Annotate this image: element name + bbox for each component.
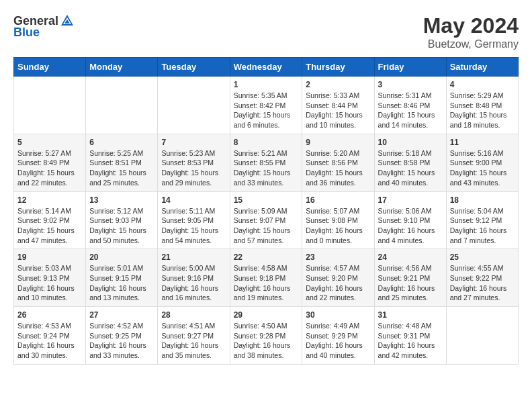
calendar-day-13: 13Sunrise: 5:12 AM Sunset: 9:03 PM Dayli… [86, 191, 158, 249]
calendar-day-7: 7Sunrise: 5:23 AM Sunset: 8:53 PM Daylig… [158, 134, 230, 191]
day-content: Sunrise: 4:50 AM Sunset: 9:28 PM Dayligh… [234, 321, 299, 361]
day-content: Sunrise: 4:55 AM Sunset: 9:22 PM Dayligh… [450, 263, 515, 303]
title-block: May 2024 Buetzow, Germany [423, 13, 519, 50]
calendar-day-11: 11Sunrise: 5:16 AM Sunset: 9:00 PM Dayli… [446, 134, 518, 191]
day-number: 14 [161, 195, 226, 205]
day-number: 29 [234, 310, 299, 320]
calendar-day-27: 27Sunrise: 4:52 AM Sunset: 9:25 PM Dayli… [86, 307, 158, 365]
day-number: 3 [378, 80, 443, 89]
day-content: Sunrise: 4:51 AM Sunset: 9:27 PM Dayligh… [161, 321, 226, 361]
day-number: 17 [378, 195, 443, 205]
calendar-day-2: 2Sunrise: 5:33 AM Sunset: 8:44 PM Daylig… [302, 77, 374, 134]
day-content: Sunrise: 5:09 AM Sunset: 9:07 PM Dayligh… [234, 206, 299, 246]
empty-cell [446, 307, 518, 365]
day-number: 15 [234, 195, 299, 205]
calendar-week-row: 1Sunrise: 5:35 AM Sunset: 8:42 PM Daylig… [14, 77, 519, 134]
day-content: Sunrise: 5:06 AM Sunset: 9:10 PM Dayligh… [378, 206, 443, 246]
day-content: Sunrise: 5:00 AM Sunset: 9:16 PM Dayligh… [161, 263, 226, 303]
calendar-day-15: 15Sunrise: 5:09 AM Sunset: 9:07 PM Dayli… [230, 191, 302, 249]
day-content: Sunrise: 5:20 AM Sunset: 8:56 PM Dayligh… [306, 148, 370, 188]
day-number: 21 [161, 253, 226, 262]
calendar-day-28: 28Sunrise: 4:51 AM Sunset: 9:27 PM Dayli… [158, 307, 230, 365]
weekday-header-thursday: Thursday [302, 58, 374, 77]
logo-icon [60, 13, 75, 28]
calendar-day-25: 25Sunrise: 4:55 AM Sunset: 9:22 PM Dayli… [446, 249, 518, 307]
day-content: Sunrise: 5:04 AM Sunset: 9:12 PM Dayligh… [450, 206, 515, 246]
empty-cell [86, 77, 158, 134]
day-number: 6 [89, 138, 154, 147]
calendar-day-20: 20Sunrise: 5:01 AM Sunset: 9:15 PM Dayli… [86, 249, 158, 307]
calendar-day-1: 1Sunrise: 5:35 AM Sunset: 8:42 PM Daylig… [230, 77, 302, 134]
day-content: Sunrise: 5:25 AM Sunset: 8:51 PM Dayligh… [89, 148, 154, 188]
calendar-day-3: 3Sunrise: 5:31 AM Sunset: 8:46 PM Daylig… [374, 77, 446, 134]
day-content: Sunrise: 5:23 AM Sunset: 8:53 PM Dayligh… [161, 148, 226, 188]
calendar-week-row: 19Sunrise: 5:03 AM Sunset: 9:13 PM Dayli… [14, 249, 519, 307]
day-number: 9 [306, 138, 370, 147]
day-number: 23 [306, 253, 370, 262]
logo-blue: Blue [13, 26, 40, 40]
weekday-header-saturday: Saturday [446, 58, 518, 77]
calendar-day-24: 24Sunrise: 4:56 AM Sunset: 9:21 PM Dayli… [374, 249, 446, 307]
day-number: 20 [89, 253, 154, 262]
logo: General Blue [13, 13, 76, 40]
day-number: 31 [378, 310, 443, 320]
day-number: 12 [17, 195, 82, 205]
calendar-week-row: 12Sunrise: 5:14 AM Sunset: 9:02 PM Dayli… [14, 191, 519, 249]
day-number: 18 [450, 195, 515, 205]
day-content: Sunrise: 5:14 AM Sunset: 9:02 PM Dayligh… [17, 206, 82, 246]
day-content: Sunrise: 5:35 AM Sunset: 8:42 PM Dayligh… [234, 91, 299, 130]
day-number: 5 [17, 138, 82, 147]
calendar-day-22: 22Sunrise: 4:58 AM Sunset: 9:18 PM Dayli… [230, 249, 302, 307]
day-content: Sunrise: 5:11 AM Sunset: 9:05 PM Dayligh… [161, 206, 226, 246]
calendar-day-21: 21Sunrise: 5:00 AM Sunset: 9:16 PM Dayli… [158, 249, 230, 307]
day-number: 24 [378, 253, 443, 262]
day-content: Sunrise: 5:21 AM Sunset: 8:55 PM Dayligh… [234, 148, 299, 188]
calendar-day-16: 16Sunrise: 5:07 AM Sunset: 9:08 PM Dayli… [302, 191, 374, 249]
day-content: Sunrise: 4:48 AM Sunset: 9:31 PM Dayligh… [378, 321, 443, 361]
calendar-day-19: 19Sunrise: 5:03 AM Sunset: 9:13 PM Dayli… [14, 249, 86, 307]
calendar-day-9: 9Sunrise: 5:20 AM Sunset: 8:56 PM Daylig… [302, 134, 374, 191]
day-content: Sunrise: 5:33 AM Sunset: 8:44 PM Dayligh… [306, 91, 370, 130]
day-number: 11 [450, 138, 515, 147]
day-number: 7 [161, 138, 226, 147]
calendar-day-10: 10Sunrise: 5:18 AM Sunset: 8:58 PM Dayli… [374, 134, 446, 191]
weekday-header-monday: Monday [86, 58, 158, 77]
day-number: 22 [234, 253, 299, 262]
day-content: Sunrise: 5:18 AM Sunset: 8:58 PM Dayligh… [378, 148, 443, 188]
calendar-week-row: 26Sunrise: 4:53 AM Sunset: 9:24 PM Dayli… [14, 307, 519, 365]
calendar-week-row: 5Sunrise: 5:27 AM Sunset: 8:49 PM Daylig… [14, 134, 519, 191]
day-number: 2 [306, 80, 370, 89]
day-content: Sunrise: 4:58 AM Sunset: 9:18 PM Dayligh… [234, 263, 299, 303]
calendar-day-6: 6Sunrise: 5:25 AM Sunset: 8:51 PM Daylig… [86, 134, 158, 191]
calendar-day-17: 17Sunrise: 5:06 AM Sunset: 9:10 PM Dayli… [374, 191, 446, 249]
calendar-day-18: 18Sunrise: 5:04 AM Sunset: 9:12 PM Dayli… [446, 191, 518, 249]
empty-cell [14, 77, 86, 134]
weekday-header-friday: Friday [374, 58, 446, 77]
day-number: 27 [89, 310, 154, 320]
day-content: Sunrise: 5:31 AM Sunset: 8:46 PM Dayligh… [378, 91, 443, 130]
day-number: 10 [378, 138, 443, 147]
day-number: 8 [234, 138, 299, 147]
page-header: General Blue May 2024 Buetzow, Germany [13, 13, 519, 50]
calendar-day-31: 31Sunrise: 4:48 AM Sunset: 9:31 PM Dayli… [374, 307, 446, 365]
day-number: 26 [17, 310, 82, 320]
day-content: Sunrise: 4:53 AM Sunset: 9:24 PM Dayligh… [17, 321, 82, 361]
day-content: Sunrise: 4:52 AM Sunset: 9:25 PM Dayligh… [89, 321, 154, 361]
day-content: Sunrise: 5:29 AM Sunset: 8:48 PM Dayligh… [450, 91, 515, 130]
month-year: May 2024 [423, 13, 519, 38]
weekday-header-wednesday: Wednesday [230, 58, 302, 77]
day-content: Sunrise: 5:27 AM Sunset: 8:49 PM Dayligh… [17, 148, 82, 188]
calendar-day-12: 12Sunrise: 5:14 AM Sunset: 9:02 PM Dayli… [14, 191, 86, 249]
calendar-table: SundayMondayTuesdayWednesdayThursdayFrid… [13, 57, 519, 365]
calendar-day-30: 30Sunrise: 4:49 AM Sunset: 9:29 PM Dayli… [302, 307, 374, 365]
day-content: Sunrise: 5:16 AM Sunset: 9:00 PM Dayligh… [450, 148, 515, 188]
day-number: 13 [89, 195, 154, 205]
day-number: 16 [306, 195, 370, 205]
weekday-header-tuesday: Tuesday [158, 58, 230, 77]
day-number: 25 [450, 253, 515, 262]
day-content: Sunrise: 4:57 AM Sunset: 9:20 PM Dayligh… [306, 263, 370, 303]
calendar-day-29: 29Sunrise: 4:50 AM Sunset: 9:28 PM Dayli… [230, 307, 302, 365]
day-content: Sunrise: 5:12 AM Sunset: 9:03 PM Dayligh… [89, 206, 154, 246]
day-number: 1 [234, 80, 299, 89]
day-content: Sunrise: 4:49 AM Sunset: 9:29 PM Dayligh… [306, 321, 370, 361]
